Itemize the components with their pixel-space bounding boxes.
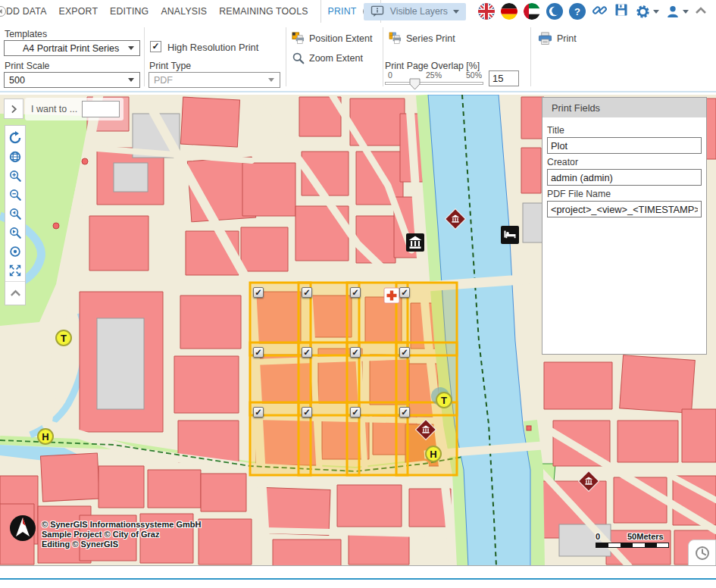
hydrant-marker: H [37,428,54,445]
tab-analysis[interactable]: ANALYSIS [161,6,207,17]
ribbon-separator [383,27,383,86]
pdf-file-name-label: PDF File Name [547,189,702,199]
pdf-file-name-input[interactable] [547,201,702,217]
print-page-checkbox[interactable]: ✓ [399,407,410,418]
overlap-slider-handle[interactable] [409,78,421,90]
chevron-down-icon [653,10,659,14]
print-scale-value: 500 [5,75,128,86]
map-attribution: © SynerGIS Informationssysteme GmbH Samp… [42,520,201,549]
map-toolbar [5,125,26,305]
print-scale-label: Print Scale [5,61,49,71]
print-type-value: PDF [149,75,268,86]
flag-uk-icon[interactable] [478,3,495,20]
hydrant-marker: H [425,446,442,462]
print-page-checkbox[interactable]: ✓ [302,407,312,418]
print-type-label: Print Type [149,61,191,71]
position-extent-button[interactable]: Position Extent [292,32,372,45]
high-resolution-label: High Resolution Print [167,42,258,53]
full-extent-icon[interactable] [5,261,25,280]
next-extent-icon[interactable] [5,223,25,242]
print-page-checkbox[interactable]: ✓ [302,287,312,298]
chevron-down-icon [453,10,459,14]
series-print-button[interactable]: Series Print [389,32,455,45]
print-page-checkbox[interactable]: ✓ [350,347,361,358]
bottom-divider [0,578,716,580]
crescent-icon[interactable] [546,3,563,20]
attribution-line: © SynerGIS Informationssysteme GmbH [42,520,201,530]
zoom-extent-button[interactable]: Zoom Extent [292,52,363,64]
zoom-extent-label: Zoom Extent [309,53,363,64]
user-button[interactable] [665,4,689,19]
time-slider-button[interactable] [688,540,716,566]
save-icon[interactable] [614,2,629,20]
attribution-line: Editing © SynerGIS [42,540,201,549]
ribbon-separator [530,27,531,86]
hospital-icon [384,288,399,303]
scale-end-label: 50Meters [627,532,664,541]
print-page-checkbox[interactable]: ✓ [253,407,264,418]
tab-remaining-tools[interactable]: REMAINING TOOLS [219,6,308,17]
tram-stop-marker: T [55,330,72,346]
museum-icon [406,233,424,252]
map-viewport[interactable]: ✓ ✓ ✓ ✓ ✓ ✓ ✓ ✓ ✓ ✓ ✓ ✓ T T H H I want t… [0,95,716,566]
position-extent-label: Position Extent [309,33,372,44]
print-page-checkbox[interactable]: ✓ [253,347,264,358]
help-icon[interactable]: ? [569,3,586,20]
overlap-value-input[interactable] [489,70,519,86]
settings-button[interactable] [635,4,659,20]
center-map-icon[interactable] [5,242,25,261]
i-want-to-widget: I want to ... [25,98,124,120]
scroll-tabs-left-icon[interactable] [0,6,6,17]
overlap-tick-50: 50% [466,70,482,80]
print-type-dropdown[interactable]: PDF [149,72,280,88]
refresh-icon[interactable] [5,128,25,147]
print-page-checkbox[interactable]: ✓ [350,407,361,418]
hotel-icon [501,226,519,244]
position-extent-icon [292,32,305,45]
print-page-checkbox[interactable]: ✓ [302,347,312,358]
printer-icon [538,32,552,45]
chevron-right-icon [8,104,19,114]
collapse-toolbar-icon[interactable] [5,283,25,302]
flag-uae-icon[interactable] [524,3,540,20]
scale-bar-graphic [596,543,669,548]
print-page-checkbox[interactable]: ✓ [253,287,264,298]
toolbar-divider [5,281,25,282]
tab-print-label: PRINT [328,6,357,17]
print-page-checkbox[interactable]: ✓ [399,287,410,298]
series-print-icon [389,32,402,45]
previous-extent-icon[interactable] [5,204,25,223]
tab-editing[interactable]: EDITING [110,6,149,17]
print-page-checkbox[interactable]: ✓ [399,347,410,358]
visible-layers-label: Visible Layers [390,6,448,17]
chevron-down-icon [268,78,274,82]
templates-dropdown[interactable]: A4 Portrait Print Series [4,40,140,56]
chevron-down-icon [683,10,689,14]
zoom-out-icon[interactable] [5,185,25,204]
scale-start-label: 0 [596,532,600,541]
i-want-to-label: I want to ... [31,104,77,114]
help-glyph: ? [574,6,580,17]
visible-layers-button[interactable]: Visible Layers [364,3,466,20]
high-resolution-checkbox[interactable]: ✓ [150,41,161,52]
print-fields-header[interactable]: Print Fields [542,98,706,117]
templates-value: A4 Portrait Print Series [5,43,128,54]
print-page-checkbox[interactable]: ✓ [350,287,361,298]
link-icon[interactable] [592,2,608,21]
overlap-tick-0: 0 [388,70,392,80]
expand-panel-button[interactable] [4,99,23,119]
tab-add-data[interactable]: DD DATA [6,6,47,17]
zoom-in-icon[interactable] [5,166,25,185]
ribbon-separator [144,27,145,86]
flag-germany-icon[interactable] [501,3,517,20]
print-button[interactable]: Print [538,32,577,45]
tab-export[interactable]: EXPORT [59,6,98,17]
overlap-slider-track[interactable] [385,82,483,85]
north-arrow-compass [9,514,36,542]
title-field-input[interactable] [547,137,702,154]
collapse-ribbon-icon[interactable] [695,5,707,18]
creator-field-input[interactable] [547,169,702,186]
i-want-to-input[interactable] [82,101,120,117]
print-scale-dropdown[interactable]: 500 [4,72,140,88]
globe-icon[interactable] [5,147,25,166]
